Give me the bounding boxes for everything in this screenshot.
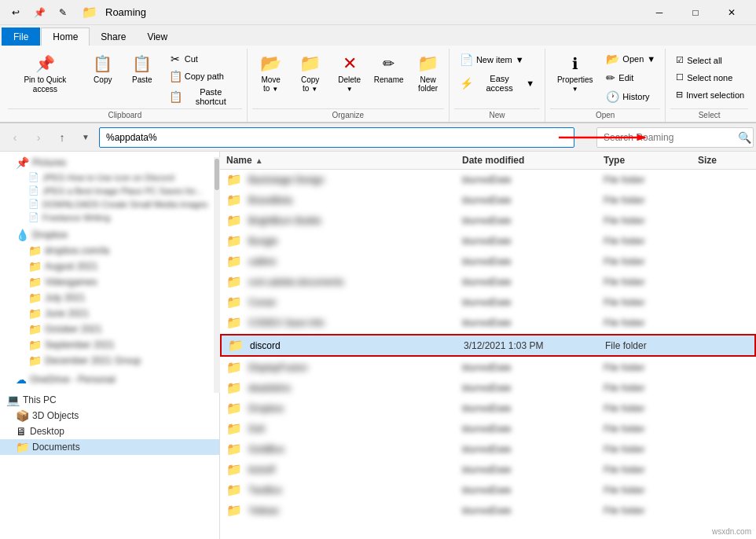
file-row-9[interactable]: 📁DisplayFusion blurredDate File folder xyxy=(220,358,756,378)
invert-icon: ⊟ xyxy=(676,90,683,100)
file-row-2[interactable]: 📁BraveBeta blurredDate File folder xyxy=(220,190,756,211)
filename-11: Dropbox xyxy=(248,403,284,414)
jul-icon: 📁 xyxy=(28,292,42,304)
paste-shortcut-button[interactable]: 📋 Paste shortcut xyxy=(164,85,242,108)
file-row-10[interactable]: 📁deadskins blurredDate File folder xyxy=(220,378,756,398)
copy-button[interactable]: 📋 Copy xyxy=(84,50,122,86)
date-3: blurredDate xyxy=(462,215,512,226)
type-1: File folder xyxy=(604,174,645,185)
tree-item-aug[interactable]: 📁 August 2021 xyxy=(0,258,219,274)
sep-label: September 2021 xyxy=(45,339,115,350)
tree-item-sep[interactable]: 📁 September 2021 xyxy=(0,337,219,353)
paste-button[interactable]: 📋 Paste xyxy=(123,50,161,86)
restore-button[interactable]: □ xyxy=(677,0,714,25)
tab-view[interactable]: View xyxy=(137,28,178,46)
jpeg1-label: JPEG How to Use icon on Discord xyxy=(42,173,174,182)
folder-icon: 📁 xyxy=(226,172,242,187)
file-row-14[interactable]: 📁kickoff blurredDate File folder xyxy=(220,460,756,480)
col-header-date[interactable]: Date modified xyxy=(462,155,604,166)
discord-type: File folder xyxy=(605,340,647,351)
tree-item-jul[interactable]: 📁 July 2021 xyxy=(0,290,219,306)
thispc-icon: 💻 xyxy=(6,394,20,406)
invert-selection-button[interactable]: ⊟ Invert selection xyxy=(670,86,750,103)
rename-button[interactable]: ✏ Rename xyxy=(370,50,408,86)
file-row-8[interactable]: 📁CODEX Save Info blurredDate File folder xyxy=(220,313,756,333)
file-row-6[interactable]: 📁com.adobe.documents blurredDate File fo… xyxy=(220,272,756,292)
col-header-size[interactable]: Size xyxy=(698,155,756,166)
file-row-13[interactable]: 📁GoldBox blurredDate File folder xyxy=(220,439,756,460)
qat-redo[interactable]: ✎ xyxy=(53,3,72,22)
select-all-button[interactable]: ☑ Select all xyxy=(670,52,750,68)
recent-button[interactable]: ▼ xyxy=(75,127,96,148)
file-row-1[interactable]: 📁Backstage Design blurredDate File folde… xyxy=(220,170,756,190)
open-button[interactable]: 📂 Open ▼ xyxy=(601,50,660,68)
date-8: blurredDate xyxy=(462,317,512,328)
folder-icon: 📁 xyxy=(226,380,242,395)
col-header-name[interactable]: Name ▲ xyxy=(226,155,462,166)
filename-1: Backstage Design xyxy=(248,174,325,185)
tree-item-video[interactable]: 📁 Videogames xyxy=(0,274,219,290)
file-row-4[interactable]: 📁Bungie blurredDate File folder xyxy=(220,231,756,251)
back-button[interactable]: ‹ xyxy=(5,127,25,148)
tree-item-documents[interactable]: 📁 Documents xyxy=(0,439,219,455)
close-button[interactable]: ✕ xyxy=(714,0,750,25)
up-button[interactable]: ↑ xyxy=(52,127,72,148)
file-row-16[interactable]: 📁Yokkao blurredDate File folder xyxy=(220,500,756,521)
file-row-7[interactable]: 📁Conan blurredDate File folder xyxy=(220,292,756,313)
tab-share[interactable]: Share xyxy=(90,28,136,46)
filename-7: Conan xyxy=(248,297,276,308)
copy-to-icon: 📁 xyxy=(299,53,321,75)
tree-item-jun[interactable]: 📁 June 2021 xyxy=(0,306,219,321)
minimize-button[interactable]: ─ xyxy=(641,0,677,25)
tree-item-dec[interactable]: 📁 December 2021 Group xyxy=(0,353,219,368)
qat-undo[interactable]: ↩ xyxy=(6,3,25,22)
filename-3: BrightBurn Builds xyxy=(248,215,321,226)
history-button[interactable]: 🕐 History xyxy=(601,88,660,105)
folder-icon: 📁 xyxy=(226,213,242,228)
tab-home[interactable]: Home xyxy=(41,28,90,46)
file-row-3[interactable]: 📁BrightBurn Builds blurredDate File fold… xyxy=(220,211,756,231)
tree-item-downloads[interactable]: 📄 DOWNLOADS Create Small Media images xyxy=(0,197,219,211)
tree-item-thispc[interactable]: 💻 This PC xyxy=(0,392,219,408)
filename-16: Yokkao xyxy=(248,505,279,516)
move-to-button[interactable]: 📂 Moveto ▼ xyxy=(252,50,290,95)
tree-item-jpeg1[interactable]: 📄 JPEG How to Use icon on Discord xyxy=(0,170,219,184)
left-scroll-thumb[interactable] xyxy=(215,159,219,190)
cut-button[interactable]: ✂ Cut xyxy=(164,50,242,68)
address-bar[interactable] xyxy=(99,127,574,148)
file-row-11[interactable]: 📁Dropbox blurredDate File folder xyxy=(220,398,756,419)
tree-item-onedrive[interactable]: ☁ OneDrive - Personal xyxy=(0,372,219,387)
aug-label: August 2021 xyxy=(45,261,97,272)
col-header-type[interactable]: Type xyxy=(604,155,698,166)
date-6: blurredDate xyxy=(462,277,512,288)
copy-path-button[interactable]: 📋 Copy path xyxy=(164,68,242,85)
pin-to-quick-access-button[interactable]: 📌 Pin to Quick access xyxy=(8,50,83,97)
new-folder-button[interactable]: 📁 Newfolder xyxy=(409,50,447,95)
file-row-15[interactable]: 📁TwoBox blurredDate File folder xyxy=(220,480,756,500)
delete-button[interactable]: ✕ Delete ▼ xyxy=(331,50,369,95)
qat-pin[interactable]: 📌 xyxy=(30,3,49,22)
copy-icon: 📋 xyxy=(92,53,114,75)
tree-item-pictures[interactable]: 📌 Pictures xyxy=(0,155,219,170)
edit-button[interactable]: ✏ Edit xyxy=(601,69,660,86)
tree-item-oct[interactable]: 📁 October 2021 xyxy=(0,321,219,337)
tree-item-desktop[interactable]: 🖥 Desktop xyxy=(0,424,219,439)
file-row-discord[interactable]: 📁 discord 3/12/2021 1:03 PM File folder xyxy=(220,334,756,357)
copy-to-button[interactable]: 📁 Copyto ▼ xyxy=(292,50,329,95)
new-item-button[interactable]: 📄 New item ▼ xyxy=(454,50,540,69)
tree-item-dropbox[interactable]: 💧 Dropbox xyxy=(0,227,219,243)
left-scroll-track[interactable] xyxy=(214,157,220,393)
tab-file[interactable]: File xyxy=(2,28,40,46)
tree-item-dropbox-com[interactable]: 📁 dropbox.com/la xyxy=(0,243,219,258)
select-none-button[interactable]: ☐ Select none xyxy=(670,69,750,86)
left-scroll xyxy=(214,157,220,393)
tree-item-3dobjects[interactable]: 📦 3D Objects xyxy=(0,408,219,424)
properties-button[interactable]: ℹ Properties ▼ xyxy=(550,50,600,95)
tree-item-freelance[interactable]: 📄 Freelance Writing xyxy=(0,211,219,224)
jul-label: July 2021 xyxy=(45,292,85,303)
file-row-5[interactable]: 📁calibre blurredDate File folder xyxy=(220,251,756,272)
forward-button[interactable]: › xyxy=(28,127,49,148)
tree-item-jpeg2[interactable]: 📄 JPEG a Best Image Place PC Saves for..… xyxy=(0,184,219,197)
file-row-12[interactable]: 📁Doll blurredDate File folder xyxy=(220,419,756,439)
easy-access-button[interactable]: ⚡ Easy access ▼ xyxy=(454,71,540,96)
